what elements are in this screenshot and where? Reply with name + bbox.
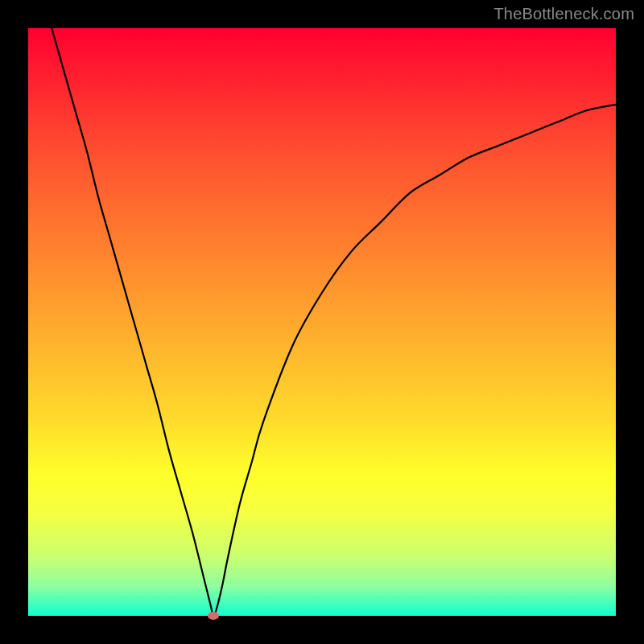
chart-frame: TheBottleneck.com: [0, 0, 644, 644]
minimum-marker: [208, 612, 219, 620]
curve-svg: [28, 28, 616, 616]
watermark-text: TheBottleneck.com: [493, 5, 634, 23]
bottleneck-curve: [52, 28, 616, 616]
plot-area: [28, 28, 616, 616]
